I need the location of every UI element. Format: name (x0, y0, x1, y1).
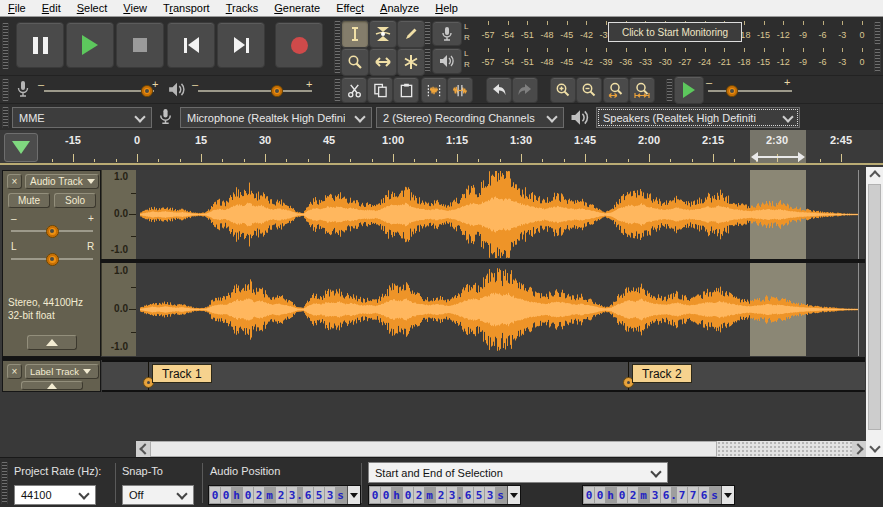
time-digit[interactable]: 2 (414, 487, 424, 503)
playback-volume-thumb[interactable] (271, 85, 283, 97)
paste-button[interactable] (393, 77, 419, 103)
menu-effect[interactable]: Effect (328, 2, 372, 14)
recording-device-combo[interactable]: Microphone (Realtek High Defini (180, 107, 372, 128)
time-digit[interactable]: 0 (381, 487, 391, 503)
skip-to-start-button[interactable] (167, 22, 215, 68)
menu-edit[interactable]: Edit (34, 2, 69, 14)
time-separator[interactable]: . (671, 486, 676, 504)
tools-toolbar-grip[interactable] (334, 21, 341, 73)
time-digit[interactable]: 6 (463, 487, 473, 503)
time-field-dropdown-button[interactable] (347, 486, 360, 504)
mixer-toolbar-grip[interactable] (2, 79, 9, 101)
copy-button[interactable] (367, 77, 393, 103)
selection-toolbar-grip[interactable] (1, 462, 8, 504)
time-digit[interactable]: 3 (325, 487, 335, 503)
track-name-menu[interactable]: Label Track (25, 364, 99, 379)
vertical-scale-channel-1[interactable]: 1.0 0.0 -1.0 (101, 170, 136, 259)
trim-audio-button[interactable] (421, 77, 447, 103)
recording-meter-button[interactable] (432, 21, 462, 46)
label-text[interactable]: Track 1 (152, 364, 212, 383)
playback-meter[interactable]: -57-54-51-48-45-42-39-36-33-30-27-24-21-… (478, 48, 872, 72)
playback-meter-grip[interactable] (424, 49, 431, 72)
time-digit[interactable]: 3 (485, 487, 495, 503)
label-track-area[interactable]: Track 1Track 2 (102, 360, 865, 392)
waveform-channel-2[interactable] (136, 263, 864, 356)
menu-tracks[interactable]: Tracks (218, 2, 267, 14)
play-button[interactable] (66, 22, 114, 68)
scroll-up-button[interactable] (866, 168, 883, 182)
envelope-tool-button[interactable] (369, 20, 397, 48)
timeline-ruler[interactable]: -1501530451:001:151:301:452:002:152:302:… (0, 130, 883, 165)
stop-button[interactable] (116, 22, 164, 68)
time-digit[interactable]: 0 (210, 487, 220, 503)
redo-button[interactable] (512, 77, 538, 103)
label-text[interactable]: Track 2 (632, 364, 692, 383)
playback-device-combo[interactable]: Speakers (Realtek High Definiti (596, 107, 800, 128)
solo-button[interactable]: Solo (54, 193, 96, 208)
time-digit[interactable]: 0 (243, 487, 253, 503)
vertical-scrollbar[interactable] (866, 167, 883, 457)
speed-slider[interactable] (708, 90, 792, 92)
waveform-channel-1[interactable] (136, 170, 864, 259)
time-unit[interactable]: m (264, 486, 275, 504)
vertical-scale-channel-2[interactable]: 1.0 0.0 -1.0 (101, 263, 136, 356)
undo-button[interactable] (486, 77, 512, 103)
playback-volume-slider[interactable] (198, 90, 312, 92)
time-digit[interactable]: 0 (221, 487, 231, 503)
zoom-selection-button[interactable] (603, 77, 629, 103)
menu-analyze[interactable]: Analyze (372, 2, 427, 14)
scrollbar-overflow-region[interactable] (717, 441, 852, 457)
edit-toolbar-grip[interactable] (334, 79, 341, 101)
selection-scrub-line[interactable] (757, 156, 799, 158)
audio-position-field[interactable]: 00h02m23.653s (208, 485, 361, 505)
scroll-down-button[interactable] (866, 443, 883, 457)
cut-button[interactable] (341, 77, 367, 103)
time-digit[interactable]: 2 (254, 487, 264, 503)
recording-channels-combo[interactable]: 2 (Stereo) Recording Channels (376, 107, 564, 128)
time-unit[interactable]: s (335, 486, 346, 504)
horizontal-scrollbar[interactable] (136, 441, 866, 457)
menu-file[interactable]: File (0, 2, 34, 14)
scroll-left-button[interactable] (136, 441, 150, 457)
project-rate-combo[interactable]: 44100 (14, 485, 96, 505)
snap-to-combo[interactable]: Off (122, 485, 194, 505)
selection-left-arrow-icon[interactable] (751, 152, 758, 162)
collapse-track-button[interactable] (21, 381, 83, 390)
time-digit[interactable]: 0 (595, 487, 605, 503)
time-digit[interactable]: 0 (584, 487, 594, 503)
monitoring-tooltip[interactable]: Click to Start Monitoring (608, 22, 742, 42)
time-digit[interactable]: 5 (314, 487, 324, 503)
time-unit[interactable]: h (231, 486, 242, 504)
zoom-fit-button[interactable] (629, 77, 655, 103)
playback-meter-grip-right[interactable] (874, 49, 881, 72)
selection-right-arrow-icon[interactable] (798, 152, 805, 162)
time-unit[interactable]: m (638, 486, 649, 504)
time-digit[interactable]: 7 (688, 487, 698, 503)
time-unit[interactable]: h (391, 486, 402, 504)
audio-host-combo[interactable]: MME (12, 107, 152, 128)
menu-generate[interactable]: Generate (266, 2, 328, 14)
time-shift-tool-button[interactable] (369, 48, 397, 76)
draw-tool-button[interactable] (397, 20, 425, 48)
time-unit[interactable]: s (709, 486, 720, 504)
mute-button[interactable]: Mute (8, 193, 50, 208)
skip-to-end-button[interactable] (217, 22, 265, 68)
multi-tool-button[interactable] (397, 48, 425, 76)
close-track-button[interactable]: × (7, 364, 22, 379)
time-separator[interactable]: . (297, 486, 302, 504)
time-field-dropdown-button[interactable] (507, 486, 520, 504)
time-digit[interactable]: 2 (436, 487, 446, 503)
time-digit[interactable]: 2 (276, 487, 286, 503)
time-digit[interactable]: 2 (628, 487, 638, 503)
horizontal-scrollbar-thumb[interactable] (150, 441, 717, 457)
selection-start-field[interactable]: 00h02m23.653s (368, 485, 521, 505)
play-at-speed-grip[interactable] (666, 79, 673, 101)
vertical-scrollbar-thumb[interactable] (868, 184, 881, 430)
time-field-dropdown-button[interactable] (721, 486, 734, 504)
track-name-menu[interactable]: Audio Track (25, 174, 99, 189)
time-digit[interactable]: 6 (699, 487, 709, 503)
silence-audio-button[interactable] (447, 77, 473, 103)
selection-mode-combo[interactable]: Start and End of Selection (368, 462, 668, 483)
record-volume-slider[interactable] (44, 90, 154, 92)
collapse-track-button[interactable] (27, 335, 77, 350)
